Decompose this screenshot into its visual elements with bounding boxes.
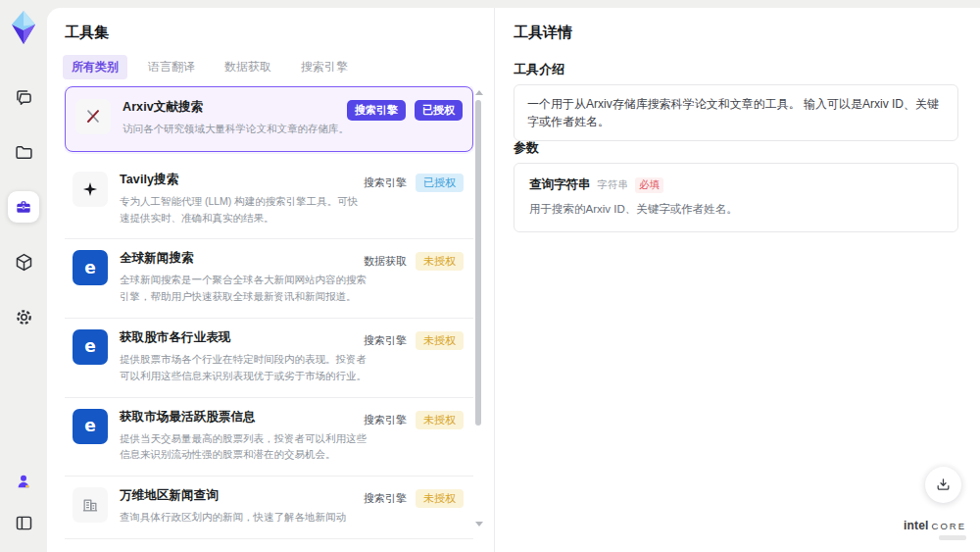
status-badge-authorized: 已授权 xyxy=(415,100,463,121)
tool-desc: 专为人工智能代理 (LLM) 构建的搜索引擎工具。可快速提供实时、准确和真实的结… xyxy=(120,193,367,226)
rail-nav xyxy=(8,81,39,332)
news-logo-icon: e xyxy=(73,409,108,444)
toolbox-icon-active[interactable] xyxy=(8,191,39,223)
building-icon xyxy=(73,487,108,523)
scrollbar-down-arrow[interactable] xyxy=(475,522,483,527)
status-badge-unauthorized: 未授权 xyxy=(416,331,464,350)
tool-tags: 搜索引擎 已授权 xyxy=(364,174,464,192)
folder-icon[interactable] xyxy=(8,136,39,168)
tool-card-list: Arxiv文献搜索 访问各个研究领域大量科学论文和文章的存储库。 搜索引擎 已授… xyxy=(65,86,473,552)
status-badge-authorized: 已授权 xyxy=(416,174,464,192)
tab-search-engine[interactable]: 搜索引擎 xyxy=(292,55,357,79)
tool-card-most-active-stocks[interactable]: e 获取市场最活跃股票信息 提供当天交易量最高的股票列表，投资者可以利用这些信息… xyxy=(65,398,473,477)
tool-tags: 搜索引擎 未授权 xyxy=(364,489,464,508)
param-required-badge: 必填 xyxy=(635,177,663,193)
status-badge-unauthorized: 未授权 xyxy=(416,489,464,508)
category-label: 搜索引擎 xyxy=(364,413,407,427)
tool-detail-pane: 工具详情 工具介绍 一个用于从Arxiv存储库搜索科学论文和文章的工具。 输入可… xyxy=(495,8,980,552)
core-wordmark: CORE xyxy=(932,521,966,531)
tool-card-sector-performance[interactable]: e 获取股市各行业表现 提供股票市场各个行业在特定时间段内的表现。投资者可以利用… xyxy=(65,319,473,398)
param-type: 字符串 xyxy=(598,178,629,192)
category-label: 数据获取 xyxy=(364,254,407,269)
news-logo-icon: e xyxy=(73,250,108,285)
app-logo-icon xyxy=(7,9,40,46)
intro-box: 一个用于从Arxiv存储库搜索科学论文和文章的工具。 输入可以是Arxiv ID… xyxy=(514,84,958,141)
tool-desc: 提供当天交易量最高的股票列表，投资者可以利用这些信息来识别流动性强的股票和潜在的… xyxy=(120,430,367,464)
tool-tags: 搜索引擎 已授权 xyxy=(347,100,463,121)
intel-core-logo: intelCORE xyxy=(904,516,966,540)
status-badge-unauthorized: 未授权 xyxy=(416,411,464,429)
panel-toggle-icon[interactable] xyxy=(8,507,39,538)
category-badge: 搜索引擎 xyxy=(347,100,406,121)
param-name: 查询字符串 xyxy=(529,176,591,193)
brand-subtext-blur xyxy=(939,535,966,540)
tool-list-pane: 工具集 所有类别 语言翻译 数据获取 搜索引擎 Arxiv文献搜索 访问各个研究… xyxy=(47,8,495,552)
tool-desc: 提供股票市场各个行业在特定时间段内的表现。投资者可以利用这些信息来识别表现优于或… xyxy=(120,351,367,384)
intro-text: 一个用于从Arxiv存储库搜索科学论文和文章的工具。 输入可以是Arxiv ID… xyxy=(527,97,939,128)
download-button[interactable] xyxy=(925,467,961,503)
tool-desc: 查询具体行政区划内的新闻，快速了解各地新闻动 xyxy=(120,509,367,526)
category-label: 搜索引擎 xyxy=(364,491,407,506)
news-logo-icon: e xyxy=(73,329,108,365)
arxiv-logo-icon xyxy=(75,99,111,134)
tool-card-global-news[interactable]: e 全球新闻搜索 全球新闻搜索是一个聚合全球各大新闻网站内容的搜索引擎，帮助用户… xyxy=(65,239,473,319)
download-icon xyxy=(935,477,952,493)
category-label: 搜索引擎 xyxy=(364,333,407,348)
page-title: 工具集 xyxy=(65,24,109,42)
main-surface: 工具集 所有类别 语言翻译 数据获取 搜索引擎 Arxiv文献搜索 访问各个研究… xyxy=(47,8,980,552)
param-card: 查询字符串 字符串 必填 用于搜索的Arxiv ID、关键字或作者姓名。 xyxy=(514,163,958,232)
settings-gear-icon[interactable] xyxy=(8,301,39,332)
intro-heading: 工具介绍 xyxy=(514,61,564,78)
param-desc: 用于搜索的Arxiv ID、关键字或作者姓名。 xyxy=(529,202,943,217)
intel-wordmark: intel xyxy=(904,519,929,532)
app-rail xyxy=(0,0,47,552)
tool-card-tavily[interactable]: Tavily搜索 专为人工智能代理 (LLM) 构建的搜索引擎工具。可快速提供实… xyxy=(65,161,473,240)
tool-tags: 数据获取 未授权 xyxy=(364,252,464,271)
tab-data-fetch[interactable]: 数据获取 xyxy=(216,55,280,79)
tab-all-categories[interactable]: 所有类别 xyxy=(63,55,127,79)
scrollbar-up-arrow[interactable] xyxy=(475,90,483,95)
tool-tags: 搜索引擎 未授权 xyxy=(364,411,464,429)
params-heading: 参数 xyxy=(514,139,539,157)
tool-desc: 全球新闻搜索是一个聚合全球各大新闻网站内容的搜索引擎，帮助用户快速获取全球最新资… xyxy=(120,272,367,305)
scrollbar-thumb[interactable] xyxy=(475,100,481,426)
category-label: 搜索引擎 xyxy=(364,176,407,190)
chat-icon[interactable] xyxy=(8,81,39,113)
tool-tags: 搜索引擎 未授权 xyxy=(364,331,464,350)
tab-language-translation[interactable]: 语言翻译 xyxy=(139,55,204,79)
category-tabs: 所有类别 语言翻译 数据获取 搜索引擎 xyxy=(63,55,357,79)
cube-icon[interactable] xyxy=(8,246,39,277)
tool-card-arxiv[interactable]: Arxiv文献搜索 访问各个研究领域大量科学论文和文章的存储库。 搜索引擎 已授… xyxy=(65,86,473,152)
rail-bottom xyxy=(8,466,39,538)
user-avatar-icon[interactable] xyxy=(8,466,39,497)
tool-card-regional-news[interactable]: 万维地区新闻查询 查询具体行政区划内的新闻，快速了解各地新闻动 搜索引擎 未授权 xyxy=(65,477,473,539)
tool-desc: 访问各个研究领域大量科学论文和文章的存储库。 xyxy=(122,121,369,137)
status-badge-unauthorized: 未授权 xyxy=(416,252,464,271)
tavily-star-icon xyxy=(73,172,108,207)
detail-title: 工具详情 xyxy=(514,24,572,42)
